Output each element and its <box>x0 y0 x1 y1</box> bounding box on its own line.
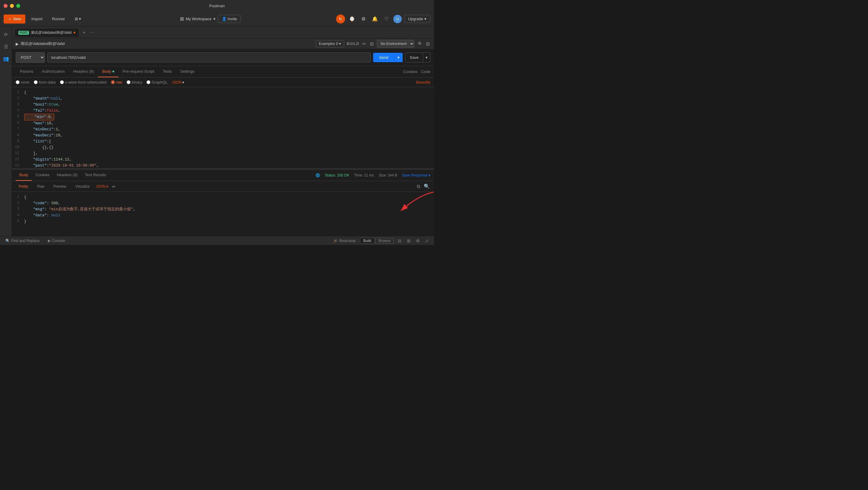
response-cookies-tab[interactable]: Cookies <box>32 170 53 181</box>
avatar[interactable]: U <box>393 15 402 23</box>
response-test-results-tab[interactable]: Test Results <box>81 170 110 181</box>
env-eye-button[interactable]: 👁 <box>417 40 423 47</box>
edit-button[interactable]: ✏ <box>362 40 367 47</box>
beautify-button[interactable]: Beautify <box>416 80 430 85</box>
collections-sidebar-button[interactable]: ☰ <box>1 41 11 51</box>
authorization-tab[interactable]: Authorization <box>38 66 69 77</box>
code-line-2: 2 "death":null, <box>12 96 434 102</box>
raw-radio[interactable]: raw <box>111 80 122 85</box>
pretty-tab[interactable]: Pretty <box>16 183 31 190</box>
preview-tab[interactable]: Preview <box>50 183 69 190</box>
settings-button[interactable]: ⚙ <box>359 15 368 24</box>
chevron-down-icon: ▾ <box>429 173 430 177</box>
gear-icon-bottom[interactable]: ⚙ <box>414 238 421 244</box>
layout-button[interactable]: ⊞ <box>369 40 374 47</box>
build-button[interactable]: BUILD <box>347 41 359 46</box>
env-settings-button[interactable]: ⊞ <box>425 40 430 47</box>
collections-button[interactable]: ⊞ ▾ <box>71 15 85 23</box>
cookies-link[interactable]: Cookies <box>403 69 417 74</box>
send-dropdown-button[interactable]: ▾ <box>394 53 403 62</box>
binary-radio[interactable]: binary <box>127 80 142 85</box>
send-group: Send ▾ <box>373 53 403 62</box>
graphql-radio[interactable]: GraphQL <box>147 80 167 85</box>
wrap-lines-button[interactable]: ⇌ <box>111 183 116 190</box>
save-dropdown-button[interactable]: ▾ <box>423 53 430 62</box>
notifications-button[interactable]: 🔔 <box>370 15 379 24</box>
save-button[interactable]: Save <box>405 53 423 62</box>
tests-tab[interactable]: Tests <box>158 66 176 77</box>
pre-request-tab[interactable]: Pre-request Script <box>119 66 158 77</box>
expand-button-bottom[interactable]: ⤢ <box>424 238 430 244</box>
search-response-button[interactable]: 🔍 <box>423 183 430 190</box>
tab-menu-button[interactable]: ··· <box>89 29 96 36</box>
method-select[interactable]: POST GET PUT DELETE <box>16 52 45 63</box>
console-button[interactable]: ▶ Console <box>46 238 67 243</box>
response-code-display[interactable]: 1 { 2 "code": 500, 3 "msg": "min必须为数字,其值… <box>12 192 434 236</box>
upgrade-button[interactable]: Upgrade ▾ <box>404 15 430 23</box>
workspace-button[interactable]: ⊞ My Workspace ▾ <box>180 16 216 22</box>
traffic-lights <box>4 4 20 8</box>
history-sidebar-button[interactable]: ⟳ <box>1 30 11 39</box>
raw-tab[interactable]: Raw <box>34 183 47 190</box>
import-button[interactable]: Import <box>28 15 46 23</box>
minimize-button[interactable] <box>10 4 14 8</box>
main-toolbar: ＋ New Import Runner ⊞ ▾ ⊞ My Workspace ▾… <box>0 11 434 27</box>
send-button[interactable]: Send <box>373 53 394 62</box>
visualize-tab[interactable]: Visualize <box>72 183 93 190</box>
maximize-button[interactable] <box>16 4 20 8</box>
new-button[interactable]: ＋ New <box>4 15 25 24</box>
code-link[interactable]: Code <box>421 69 430 74</box>
settings-tab[interactable]: Settings <box>176 66 198 77</box>
chevron-down-icon: ▾ <box>106 184 108 189</box>
favorites-button[interactable]: ♡ <box>382 15 391 24</box>
add-tab-button[interactable]: + <box>81 29 87 36</box>
response-area: Body Cookies Headers (8) Test Results 🌐 … <box>12 170 434 236</box>
close-button[interactable] <box>4 4 7 8</box>
request-body-editor[interactable]: 1 { 2 "death":null, 3 "bool":true, 4 <box>12 87 434 168</box>
request-tab[interactable]: POST 测试@Validated和@Valid <box>14 28 79 37</box>
editor-area: 1 { 2 "death":null, 3 "bool":true, 4 <box>12 87 434 168</box>
response-headers-tab[interactable]: Headers (8) <box>53 170 82 181</box>
json-format-select[interactable]: JSON ▾ <box>172 80 184 85</box>
workspace-label: My Workspace <box>186 17 212 21</box>
workspace-center: ⊞ My Workspace ▾ 👤 Invite <box>87 15 334 23</box>
bootcamp-button[interactable]: 🎓 Bootcamp <box>332 238 358 243</box>
tab-title: 测试@Validated和@Valid <box>31 30 71 35</box>
form-data-radio[interactable]: form-data <box>34 80 56 85</box>
body-tab[interactable]: Body <box>98 66 119 77</box>
toolbar-right: ↻ ⌚ ⚙ 🔔 ♡ U Upgrade ▾ <box>336 15 430 24</box>
urlencoded-radio[interactable]: x-www-form-urlencoded <box>60 80 107 85</box>
url-input[interactable] <box>47 53 371 62</box>
split-button-bottom[interactable]: ⊞ <box>405 238 412 244</box>
browse-tab-button[interactable]: Browse <box>375 238 394 244</box>
resp-line-1: 1 { <box>12 194 434 200</box>
team-sidebar-button[interactable]: 👥 <box>1 54 11 63</box>
unsaved-dot <box>73 32 75 33</box>
invite-button[interactable]: 👤 Invite <box>218 15 241 23</box>
upgrade-label: Upgrade <box>408 17 423 21</box>
code-line-5: 5 "min":0, <box>12 114 434 120</box>
code-line-10: 10 {},{} <box>12 145 434 150</box>
env-right: Examples 0 ▾ BUILD ✏ ⊞ No Environment 👁 … <box>315 40 430 48</box>
breadcrumb-label: 测试@Validated和@Valid <box>21 41 65 47</box>
copy-response-button[interactable]: ⧉ <box>416 183 421 190</box>
sidebar-icons: ⟳ ☰ 👥 <box>0 27 12 236</box>
runner-button[interactable]: Runner <box>49 15 69 23</box>
build-browse-group: Build Browse <box>360 238 394 244</box>
examples-label: Examples <box>319 41 335 46</box>
code-line-9: 9 "list":[ <box>12 139 434 145</box>
examples-button[interactable]: Examples 0 ▾ <box>315 40 344 47</box>
response-json-select[interactable]: JSON ▾ <box>96 184 108 189</box>
none-radio[interactable]: none <box>16 80 30 85</box>
layout-button-bottom[interactable]: ⊟ <box>396 238 403 244</box>
response-body-tab[interactable]: Body <box>16 170 32 181</box>
save-response-button[interactable]: Save Response ▾ <box>402 173 430 177</box>
build-tab-button[interactable]: Build <box>360 238 375 244</box>
breadcrumb: ▶ 测试@Validated和@Valid <box>16 41 65 47</box>
history-button[interactable]: ⌚ <box>347 15 356 24</box>
environment-select[interactable]: No Environment <box>377 40 414 48</box>
headers-tab[interactable]: Headers (9) <box>69 66 98 77</box>
sync-button[interactable]: ↻ <box>336 15 345 24</box>
params-tab[interactable]: Params <box>16 66 38 77</box>
find-replace-button[interactable]: 🔍 Find and Replace <box>4 238 41 243</box>
